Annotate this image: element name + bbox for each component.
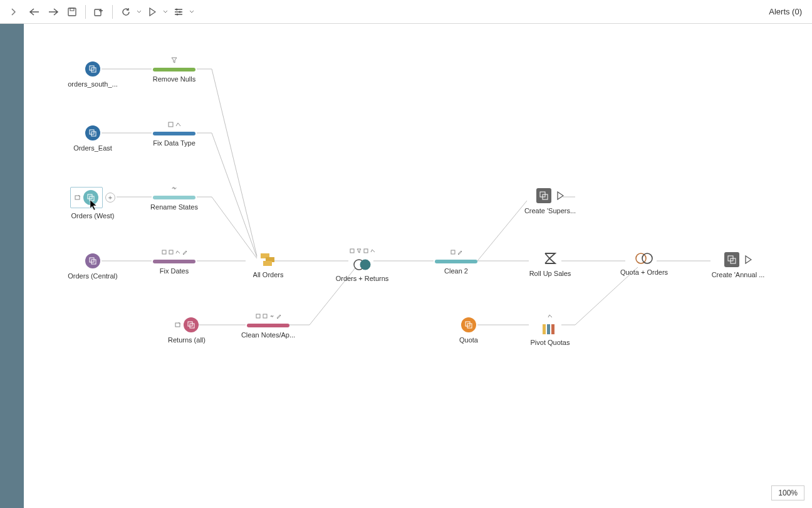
- node-label: Returns (all): [168, 336, 206, 344]
- node-quota[interactable]: Quota: [431, 317, 506, 344]
- link-icon: [171, 185, 177, 191]
- node-label: Rename States: [150, 203, 198, 211]
- node-rename-states[interactable]: Rename States: [137, 184, 212, 211]
- node-label: Create 'Annual ...: [712, 271, 765, 278]
- node-label: Quota + Orders: [620, 268, 668, 276]
- add-step-button[interactable]: +: [105, 193, 115, 203]
- zoom-indicator[interactable]: 100%: [771, 485, 804, 500]
- clean-step-bar: [435, 260, 477, 263]
- input-step-icon: [184, 317, 199, 332]
- node-quota-orders[interactable]: Quota + Orders: [606, 252, 682, 276]
- forward-button[interactable]: [44, 3, 63, 21]
- node-label: Orders (Central): [68, 272, 117, 280]
- node-returns-all[interactable]: Returns (all): [149, 317, 224, 344]
- change-icon: [370, 248, 375, 253]
- svg-rect-60: [547, 324, 550, 334]
- svg-rect-0: [68, 8, 76, 16]
- svg-line-16: [212, 197, 257, 258]
- clean-step-bar: [247, 324, 289, 327]
- node-label: Fix Data Type: [153, 139, 195, 147]
- node-fix-data-type[interactable]: Fix Data Type: [137, 120, 212, 147]
- output-step-icon: [536, 188, 551, 203]
- clean-step-bar: [153, 260, 195, 263]
- join-step-icon: [353, 258, 372, 271]
- node-orders-east[interactable]: Orders_East: [55, 125, 130, 152]
- node-all-orders[interactable]: All Orders: [231, 252, 306, 278]
- run-output-icon[interactable]: [556, 191, 564, 200]
- refresh-dropdown[interactable]: [135, 3, 143, 21]
- union-step-icon: [259, 252, 277, 267]
- pivot-step-icon: [542, 324, 558, 335]
- alerts-button[interactable]: Alerts (0): [769, 7, 802, 16]
- rename-icon: [75, 194, 81, 201]
- node-label: Clean Notes/Ap...: [241, 331, 295, 339]
- node-orders-returns[interactable]: Orders + Returns: [325, 247, 400, 282]
- node-label: orders_south_...: [68, 80, 118, 88]
- back-button[interactable]: [25, 3, 44, 21]
- save-button[interactable]: [63, 3, 81, 21]
- svg-line-15: [212, 133, 257, 257]
- calc-icon: [162, 250, 167, 255]
- svg-rect-59: [543, 324, 546, 334]
- svg-rect-47: [256, 314, 260, 318]
- node-label: Orders (West): [71, 212, 115, 220]
- input-step-icon: [85, 125, 100, 140]
- clean-changes-icons: [350, 247, 375, 255]
- svg-point-56: [360, 260, 370, 270]
- node-label: Remove Nulls: [153, 75, 195, 83]
- svg-rect-39: [175, 323, 180, 327]
- node-label: Clean 2: [444, 267, 468, 275]
- settings-button[interactable]: [169, 3, 188, 21]
- edit-icon: [276, 314, 281, 319]
- settings-dropdown[interactable]: [188, 3, 195, 21]
- run-flow-button[interactable]: [143, 3, 162, 21]
- refresh-button[interactable]: [117, 3, 135, 21]
- svg-rect-61: [551, 324, 554, 334]
- selected-node-frame: [70, 187, 103, 208]
- join-step-icon: [635, 252, 653, 265]
- node-label: Roll Up Sales: [529, 270, 571, 277]
- run-flow-dropdown[interactable]: [162, 3, 169, 21]
- svg-rect-45: [162, 250, 166, 254]
- svg-point-3: [176, 8, 178, 10]
- node-label: Create 'Supers...: [524, 207, 576, 214]
- clean-changes-icons: [256, 312, 281, 320]
- svg-rect-49: [451, 250, 455, 254]
- calc-icon: [169, 250, 174, 255]
- filter-icon: [171, 57, 177, 63]
- change-icon: [175, 250, 180, 255]
- node-create-supers[interactable]: Create 'Supers...: [513, 188, 588, 214]
- clean-changes-icons: [171, 56, 177, 64]
- add-data-button[interactable]: [90, 3, 108, 21]
- node-remove-nulls[interactable]: Remove Nulls: [137, 56, 212, 83]
- clean-step-bar: [153, 196, 195, 199]
- output-step-icon: [724, 252, 739, 267]
- node-fix-dates[interactable]: Fix Dates: [137, 248, 212, 275]
- rename-icon: [175, 322, 181, 328]
- node-label: Orders_East: [73, 144, 112, 152]
- svg-rect-54: [364, 249, 368, 253]
- svg-rect-52: [263, 261, 272, 266]
- clean-changes-icons: [168, 120, 181, 128]
- node-pivot-quotas[interactable]: Pivot Quotas: [513, 312, 588, 346]
- node-orders-west[interactable]: + Orders (West): [46, 187, 140, 220]
- input-step-icon: [85, 61, 100, 77]
- node-clean2[interactable]: Clean 2: [419, 248, 494, 275]
- node-clean-notes[interactable]: Clean Notes/Ap...: [231, 312, 306, 339]
- node-label: All Orders: [253, 271, 284, 278]
- svg-point-57: [636, 253, 646, 263]
- svg-line-14: [212, 69, 257, 256]
- filter-icon: [357, 248, 362, 253]
- edit-icon: [457, 250, 462, 255]
- flow-canvas[interactable]: orders_south_... Orders_East + Orders (W…: [24, 24, 812, 508]
- node-create-annual[interactable]: Create 'Annual ...: [700, 252, 776, 278]
- run-output-icon[interactable]: [744, 255, 752, 264]
- change-icon: [175, 122, 181, 127]
- node-orders-central[interactable]: Orders (Central): [55, 253, 130, 280]
- node-label: Quota: [459, 336, 478, 344]
- aggregate-step-icon: [543, 251, 558, 266]
- calc-icon: [168, 122, 174, 127]
- change-icon: [548, 314, 553, 319]
- node-roll-up-sales[interactable]: Roll Up Sales: [513, 251, 588, 277]
- node-orders-south[interactable]: orders_south_...: [55, 61, 130, 88]
